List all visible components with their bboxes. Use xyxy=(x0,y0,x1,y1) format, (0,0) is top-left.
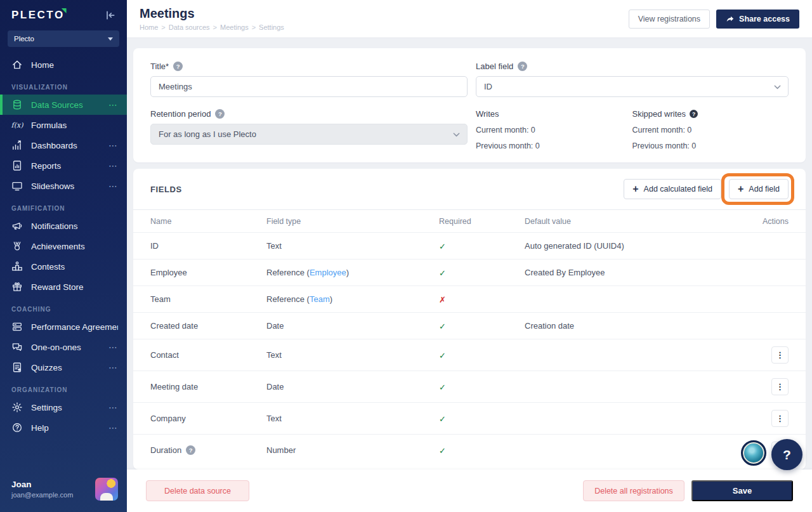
table-row-team: Team Reference (Team) xyxy=(133,286,806,312)
more-options-icon[interactable] xyxy=(108,402,118,412)
question-circle-icon xyxy=(11,423,23,433)
add-field-button[interactable]: + Add field xyxy=(729,179,789,199)
required-icon xyxy=(439,351,446,360)
row-actions-kebab-icon[interactable] xyxy=(771,346,789,364)
sidebar-collapse-icon[interactable] xyxy=(104,9,117,22)
gift-icon xyxy=(11,282,23,292)
main-area: Meetings Home> Data sources> Meetings> S… xyxy=(127,0,812,512)
user-name: Joan xyxy=(11,480,95,489)
help-icon[interactable]: ? xyxy=(173,62,183,71)
sidebar-item-dashboards[interactable]: Dashboards xyxy=(0,135,127,155)
plus-icon: + xyxy=(632,184,638,194)
sidebar-item-one-on-ones[interactable]: One-on-ones xyxy=(0,337,127,357)
fields-table: Name Field type Required Default value A… xyxy=(133,209,806,466)
layers-icon xyxy=(11,322,23,332)
organization-selector[interactable]: Plecto xyxy=(8,30,119,47)
plus-icon: + xyxy=(738,184,743,194)
more-options-icon[interactable] xyxy=(108,161,118,171)
retention-period-select[interactable]: For as long as I use Plecto xyxy=(150,124,468,145)
more-options-icon[interactable] xyxy=(108,181,118,191)
help-icon[interactable]: ? xyxy=(690,110,698,118)
reference-link[interactable]: Team xyxy=(310,294,330,304)
retention-period-label: Retention period ? xyxy=(150,109,468,119)
datasource-settings-card: Title* ? Retention period ? For as long … xyxy=(133,48,806,162)
title-input[interactable] xyxy=(150,76,468,97)
formula-icon xyxy=(11,120,23,130)
writes-previous: Previous month: 0 xyxy=(476,141,632,150)
table-row-contact: Contact Text xyxy=(133,339,806,371)
breadcrumb-data-sources[interactable]: Data sources xyxy=(169,23,210,31)
share-access-button[interactable]: Share access xyxy=(716,10,799,29)
fields-card: FIELDS + Add calculated field + Add fiel… xyxy=(133,169,806,469)
title-label: Title* ? xyxy=(150,62,468,71)
view-registrations-button[interactable]: View registrations xyxy=(629,10,710,29)
more-options-icon[interactable] xyxy=(108,423,118,433)
help-icon[interactable]: ? xyxy=(518,62,527,71)
organization-name: Plecto xyxy=(14,35,34,43)
chevron-down-icon xyxy=(452,131,461,139)
row-actions-kebab-icon[interactable] xyxy=(771,378,789,395)
plecto-logo: PLECTO xyxy=(11,9,65,22)
sidebar-item-reward-store[interactable]: Reward Store xyxy=(0,277,127,297)
sidebar-item-settings[interactable]: Settings xyxy=(0,397,127,417)
more-options-icon[interactable] xyxy=(108,140,118,150)
required-icon xyxy=(439,268,446,278)
sidebar-item-contests[interactable]: Contests xyxy=(0,256,127,277)
required-icon xyxy=(439,414,446,424)
label-field-label: Label field ? xyxy=(476,62,789,71)
sidebar: PLECTO Plecto Home VISUALIZATION Data So… xyxy=(0,0,127,512)
page-header: Meetings Home> Data sources> Meetings> S… xyxy=(127,0,812,38)
user-email: joan@example.com xyxy=(11,491,95,499)
sidebar-item-notifications[interactable]: Notifications xyxy=(0,216,127,236)
skipped-writes-block: Skipped writes ? Current month: 0 Previo… xyxy=(632,109,789,150)
sidebar-item-slideshows[interactable]: Slideshows xyxy=(0,176,127,196)
breadcrumb-meetings[interactable]: Meetings xyxy=(220,23,249,31)
more-options-icon[interactable] xyxy=(108,362,118,372)
sidebar-user[interactable]: Joan joan@example.com xyxy=(0,473,127,512)
section-visualization: VISUALIZATION xyxy=(0,75,127,95)
reference-link[interactable]: Employee xyxy=(310,268,346,277)
table-row-id: ID Text Auto generated ID (UUID4) xyxy=(133,232,806,259)
required-icon xyxy=(439,446,446,456)
chat-widget-avatar[interactable] xyxy=(741,440,766,466)
row-actions-kebab-icon[interactable] xyxy=(771,410,789,427)
sidebar-item-performance-agreements[interactable]: Performance Agreements xyxy=(0,317,127,337)
more-options-icon[interactable] xyxy=(108,100,118,110)
save-button[interactable]: Save xyxy=(691,480,793,501)
required-icon xyxy=(439,383,446,392)
sidebar-item-data-sources[interactable]: Data Sources xyxy=(0,95,127,115)
megaphone-icon xyxy=(11,221,23,231)
table-header-row: Name Field type Required Default value A… xyxy=(133,209,806,232)
sidebar-item-quizzes[interactable]: Quizzes xyxy=(0,357,127,377)
sidebar-item-formulas[interactable]: Formulas xyxy=(0,115,127,135)
delete-data-source-button[interactable]: Delete data source xyxy=(146,480,249,501)
required-icon xyxy=(439,322,446,331)
breadcrumb-separator: > xyxy=(161,23,165,31)
sidebar-item-reports[interactable]: Reports xyxy=(0,155,127,176)
avatar[interactable] xyxy=(95,478,118,501)
sidebar-item-achievements[interactable]: Achievements xyxy=(0,236,127,256)
table-row-company: Company Text xyxy=(133,402,806,434)
required-icon xyxy=(439,295,446,305)
help-icon[interactable]: ? xyxy=(215,109,225,119)
more-options-icon[interactable] xyxy=(108,342,118,352)
help-icon[interactable]: ? xyxy=(186,445,195,455)
sidebar-item-help[interactable]: Help xyxy=(0,417,127,438)
page-title: Meetings xyxy=(140,6,629,21)
breadcrumb-home[interactable]: Home xyxy=(140,23,158,31)
label-field-select[interactable]: ID xyxy=(476,76,789,97)
share-icon xyxy=(726,15,735,23)
table-row-employee: Employee Reference (Employee) Created By… xyxy=(133,259,806,286)
delete-all-registrations-button[interactable]: Delete all registrations xyxy=(583,480,684,501)
podium-icon xyxy=(11,261,23,272)
add-calculated-field-button[interactable]: + Add calculated field xyxy=(624,179,721,199)
chevron-down-icon xyxy=(773,83,782,91)
writes-current: Current month: 0 xyxy=(476,126,632,135)
chart-icon xyxy=(11,140,23,150)
breadcrumb-separator: > xyxy=(213,23,217,31)
gear-icon xyxy=(11,402,23,412)
sidebar-item-home[interactable]: Home xyxy=(0,55,127,75)
breadcrumb-settings[interactable]: Settings xyxy=(259,23,284,31)
help-widget-button[interactable]: ? xyxy=(771,439,802,470)
writes-label: Writes xyxy=(476,109,632,119)
